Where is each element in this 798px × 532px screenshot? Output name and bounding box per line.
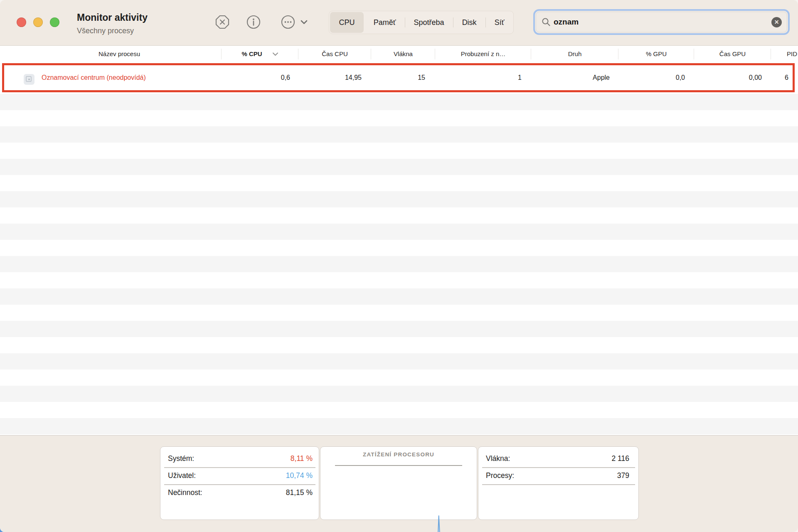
threads-processes-stats-box: Vlákna:2 116Procesy:379 (478, 446, 639, 520)
tab-cpu[interactable]: CPU (330, 12, 364, 33)
column-header-threads[interactable]: Vlákna (371, 46, 435, 62)
column-header-label: % GPU (646, 50, 667, 57)
ellipsis-circle-icon (282, 16, 294, 28)
close-button[interactable] (17, 17, 26, 27)
search-input[interactable] (551, 17, 771, 27)
chevron-down-icon (301, 21, 307, 24)
stat-value: 8,11 % (291, 454, 313, 463)
stat-value: 2 116 (612, 454, 630, 463)
table-stripe (0, 321, 798, 337)
search-icon (541, 17, 551, 27)
chart-area-uživatel (321, 516, 476, 532)
column-divider (221, 49, 222, 59)
column-header-label: % CPU (241, 46, 262, 62)
column-header-gpu-time[interactable]: Čas GPU (694, 46, 771, 62)
column-divider (435, 49, 435, 59)
info-icon (246, 14, 261, 30)
annotation-highlight-box[interactable] (2, 63, 795, 92)
column-header-pid[interactable]: PID (787, 46, 798, 62)
window-subtitle: Všechny procesy (77, 27, 134, 35)
tab-síť[interactable]: Síť (485, 11, 513, 34)
tab-disk[interactable]: Disk (453, 11, 485, 34)
toolbar: Monitor aktivity Všechny procesy (0, 0, 798, 46)
table-stripe (0, 353, 798, 369)
column-header-label: Název procesu (99, 50, 140, 57)
table-stripe (0, 256, 798, 272)
chart-title-underline (335, 465, 462, 466)
chart-title: ZATÍŽENÍ PROCESORU (320, 451, 477, 458)
column-divider (618, 49, 618, 59)
stat-divider (482, 484, 635, 485)
cpu-load-area-chart (321, 466, 476, 532)
column-header-label: Vlákna (394, 50, 413, 57)
segmented-control: CPUPaměťSpotřebaDiskSíť (329, 11, 514, 34)
column-divider (371, 49, 371, 59)
stop-process-button[interactable] (214, 14, 230, 30)
stat-value: 379 (617, 471, 629, 480)
column-header-wakeups[interactable]: Probuzení z n… (435, 46, 531, 62)
column-header-gpu[interactable]: % GPU (618, 46, 694, 62)
stat-label: Systém: (168, 454, 194, 463)
column-header-label: Čas GPU (719, 50, 746, 57)
stat-value: 81,15 % (286, 488, 313, 497)
column-header-label: Čas CPU (322, 50, 348, 57)
column-header-label: Probuzení z n… (461, 50, 506, 57)
stop-octagon-icon (214, 14, 230, 30)
tab-spotřeba[interactable]: Spotřeba (405, 11, 453, 34)
table-header-row: Název procesu% CPUČas CPUVláknaProbuzení… (0, 46, 798, 62)
cpu-percentage-stats-box: Systém:8,11 %Uživatel:10,74 %Nečinnost:8… (160, 446, 319, 520)
stat-value: 10,74 % (286, 471, 313, 480)
column-divider (298, 49, 298, 59)
table-stripe (0, 418, 798, 434)
more-options-button[interactable] (280, 14, 309, 30)
column-header-kind[interactable]: Druh (531, 46, 618, 62)
stat-label: Vlákna: (486, 454, 510, 463)
table-stripe (0, 94, 798, 110)
table-stripe (0, 288, 798, 305)
footer-panel: Systém:8,11 %Uživatel:10,74 %Nečinnost:8… (0, 435, 798, 532)
chart-line-uživatel (321, 516, 476, 532)
column-header-label: PID (787, 50, 797, 57)
process-table (0, 62, 798, 435)
search-field: ✕ (533, 9, 790, 35)
minimize-button[interactable] (33, 17, 43, 27)
stat-row: Uživatel:10,74 % (168, 467, 313, 484)
inspect-process-button[interactable] (246, 14, 261, 30)
stat-row: Systém:8,11 % (168, 450, 313, 467)
cpu-load-chart-box: ZATÍŽENÍ PROCESORU (320, 446, 477, 520)
tab-paměť[interactable]: Paměť (365, 11, 405, 34)
stat-row: Nečinnost:81,15 % (168, 484, 313, 501)
table-stripe (0, 224, 798, 240)
column-header-cpu-time[interactable]: Čas CPU (298, 46, 371, 62)
sort-chevron-down-icon (272, 52, 278, 56)
column-divider (531, 49, 531, 59)
column-divider (694, 49, 694, 59)
clear-search-button[interactable]: ✕ (771, 17, 782, 27)
column-header-name[interactable]: Název procesu (78, 46, 161, 62)
activity-monitor-window: Monitor aktivity Všechny procesy (0, 0, 798, 532)
table-stripe (0, 191, 798, 207)
stat-label: Procesy: (486, 471, 514, 480)
column-header-cpu[interactable]: % CPU (222, 46, 298, 62)
column-divider (771, 49, 771, 59)
window-title: Monitor aktivity (77, 12, 148, 23)
table-stripe (0, 386, 798, 402)
table-stripe (0, 159, 798, 175)
stat-row: Vlákna:2 116 (486, 450, 629, 467)
table-stripe (0, 126, 798, 143)
zoom-button[interactable] (50, 17, 59, 27)
stat-label: Nečinnost: (168, 488, 202, 497)
stat-label: Uživatel: (168, 471, 196, 480)
stat-row: Procesy:379 (486, 467, 629, 484)
column-header-label: Druh (568, 50, 582, 57)
